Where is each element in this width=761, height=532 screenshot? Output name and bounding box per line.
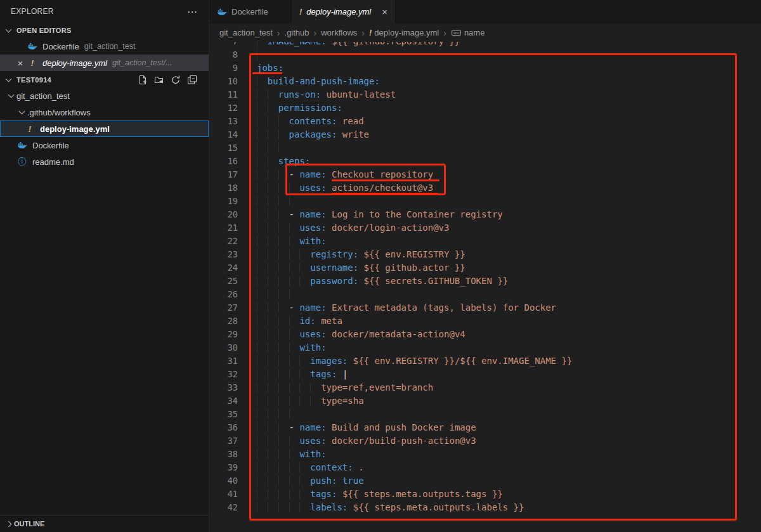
tree-item-label: readme.md	[32, 157, 74, 167]
tree-item-dockerfile[interactable]: Dockerfile	[0, 137, 209, 153]
code-lines: 7 IMAGE_NAME: ${{ github.repository }}8 …	[209, 42, 761, 514]
tab-label: Dockerfile	[231, 7, 268, 16]
tree-item-git-action-test[interactable]: git_action_test	[0, 88, 209, 104]
breadcrumb-separator-icon: ›	[314, 28, 317, 38]
workspace-section-header[interactable]: TEST0914	[0, 72, 209, 88]
docker-icon	[217, 7, 227, 17]
tab-close-icon[interactable]: ×	[382, 6, 387, 17]
line-content	[257, 141, 289, 155]
line-number: 36	[209, 421, 238, 434]
code-line-42: 42 labels: ${{ steps.meta.outputs.labels…	[209, 501, 761, 514]
line-number: 31	[209, 354, 238, 368]
breadcrumb-item[interactable]: !deploy-image.yml	[369, 28, 439, 37]
line-number: 13	[209, 115, 238, 128]
line-content: username: ${{ github.actor }}	[257, 261, 465, 275]
tab-bar: Dockerfile!deploy-image.yml×	[209, 0, 761, 23]
open-editor-item[interactable]: Dockerfilegit_action_test	[0, 38, 209, 55]
code-line-36: 36 - name: Build and push Docker image	[209, 421, 761, 434]
line-content	[257, 195, 299, 208]
code-editor[interactable]: 7 IMAGE_NAME: ${{ github.repository }}8 …	[209, 42, 761, 532]
line-content: context: .	[257, 461, 364, 474]
breadcrumb-separator-icon: ›	[277, 28, 280, 38]
open-editors-list: Dockerfilegit_action_test×!deploy-image.…	[0, 38, 209, 71]
line-content: id: meta	[257, 315, 342, 328]
line-number: 8	[209, 48, 238, 62]
code-line-15: 15	[209, 141, 761, 155]
warning-icon: !	[299, 7, 302, 16]
close-icon[interactable]: ×	[14, 58, 27, 68]
code-line-7: 7 IMAGE_NAME: ${{ github.repository }}	[209, 42, 761, 48]
breadcrumb-label: .github	[285, 28, 309, 37]
new-file-button[interactable]	[138, 75, 148, 85]
code-line-34: 34 type=sha	[209, 394, 761, 408]
tab-deploy-image-yml[interactable]: !deploy-image.yml×	[292, 0, 396, 23]
line-number: 17	[209, 168, 238, 181]
breadcrumb: git_action_test›.github›workflows›!deplo…	[209, 23, 761, 42]
line-content: permissions:	[257, 101, 342, 115]
new-folder-button[interactable]	[154, 75, 164, 85]
line-content: - name: Log in to the Container registry	[257, 208, 503, 221]
more-actions-icon[interactable]: ⋯	[185, 6, 200, 18]
code-line-30: 30 with:	[209, 341, 761, 354]
breadcrumb-item[interactable]: git_action_test	[219, 28, 273, 37]
tree-item-label: deploy-image.yml	[40, 124, 110, 134]
collapse-all-button[interactable]	[187, 75, 197, 85]
line-number: 39	[209, 461, 238, 474]
workspace-toolbar	[138, 75, 204, 85]
tab-label: deploy-image.yml	[306, 7, 371, 16]
line-number: 37	[209, 434, 238, 448]
code-line-32: 32 tags: |	[209, 368, 761, 381]
refresh-button[interactable]	[171, 75, 181, 85]
docker-icon	[27, 41, 38, 51]
docker-icon	[16, 140, 28, 150]
line-number: 33	[209, 381, 238, 394]
line-content: packages: write	[257, 128, 369, 141]
line-number: 30	[209, 341, 238, 354]
line-content: build-and-push-image:	[257, 75, 380, 88]
code-line-26: 26	[209, 288, 761, 301]
line-number: 34	[209, 394, 238, 408]
breadcrumb-item[interactable]: .github	[285, 28, 309, 37]
line-content: type=sha	[257, 394, 364, 408]
line-content	[257, 48, 268, 62]
line-number: 42	[209, 501, 238, 514]
warning-icon: !	[369, 28, 372, 37]
open-editor-item[interactable]: ×!deploy-image.ymlgit_action_test/...	[0, 55, 209, 71]
line-content: with:	[257, 235, 327, 248]
warning-icon: !	[24, 124, 36, 134]
line-number: 27	[209, 301, 238, 315]
code-line-22: 22 with:	[209, 235, 761, 248]
svg-text:abc: abc	[453, 31, 459, 35]
line-content: jobs:	[257, 62, 283, 75]
tab-dockerfile[interactable]: Dockerfile	[209, 0, 292, 23]
breadcrumb-item[interactable]: abcname	[451, 27, 485, 38]
line-content: images: ${{ env.REGISTRY }}/${{ env.IMAG…	[257, 354, 572, 368]
tree-item-deploy-image-yml[interactable]: !deploy-image.yml	[0, 120, 209, 137]
new-file-icon	[138, 75, 148, 85]
code-line-12: 12 permissions:	[209, 101, 761, 115]
code-line-28: 28 id: meta	[209, 315, 761, 328]
tree-item-label: Dockerfile	[32, 141, 69, 150]
line-number: 15	[209, 141, 238, 155]
outline-section-header[interactable]: OUTLINE	[0, 515, 209, 532]
line-content: with:	[257, 448, 327, 461]
code-line-27: 27 - name: Extract metadata (tags, label…	[209, 301, 761, 315]
line-content	[257, 288, 299, 301]
line-number: 28	[209, 315, 238, 328]
line-content: registry: ${{ env.REGISTRY }}	[257, 248, 465, 261]
tree-item-label: .github/workflows	[27, 108, 91, 117]
line-content: with:	[257, 341, 327, 354]
breadcrumb-separator-icon: ›	[443, 28, 446, 38]
warning-icon: !	[27, 58, 38, 68]
outline-label: OUTLINE	[14, 520, 44, 528]
line-content: tags: |	[257, 368, 348, 381]
tree-item-label: git_action_test	[16, 91, 70, 101]
code-line-39: 39 context: .	[209, 461, 761, 474]
breadcrumb-item[interactable]: workflows	[321, 28, 357, 37]
tree-item-readme-md[interactable]: ⓘreadme.md	[0, 153, 209, 170]
open-editors-section-header[interactable]: OPEN EDITORS	[0, 23, 209, 38]
line-content: uses: actions/checkout@v3	[257, 181, 433, 195]
tree-item--github-workflows[interactable]: .github/workflows	[0, 104, 209, 120]
breadcrumb-label: git_action_test	[219, 28, 273, 37]
open-editors-label: OPEN EDITORS	[16, 27, 72, 34]
